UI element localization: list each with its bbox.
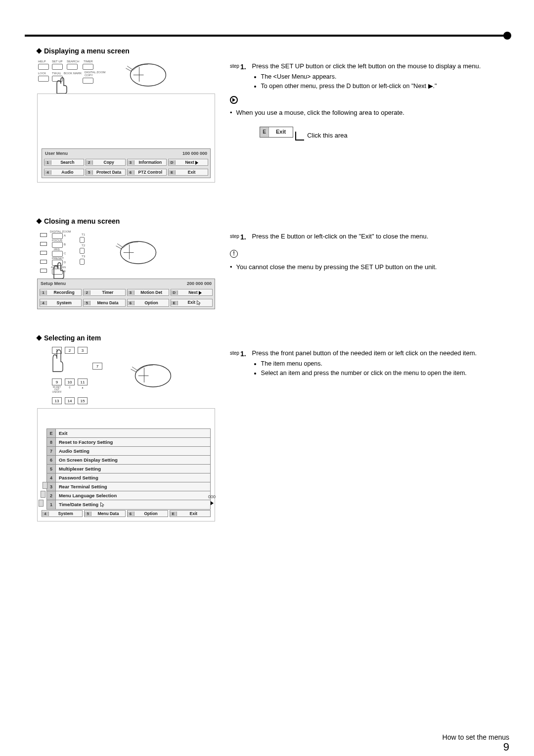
key-14: 14 — [65, 397, 75, 404]
step-number: 1. — [240, 232, 246, 242]
menu-item-timer[interactable]: 2Timer — [83, 289, 125, 296]
btn-lock — [38, 76, 49, 82]
footer-text: How to set the menus — [443, 733, 509, 741]
menu-item-protect-data[interactable]: 5Protect Data — [86, 169, 126, 176]
stack-item-language[interactable]: 2Menu Language Selection — [46, 491, 211, 500]
hand-icon — [47, 260, 67, 280]
menu-title: User Menu — [45, 151, 68, 156]
step-text: Press the front panel button of the need… — [252, 349, 477, 357]
stack-item-reset[interactable]: 8Reset to Factory Setting — [46, 437, 211, 447]
step-label: step — [230, 349, 239, 357]
bullet-icon: • — [230, 108, 232, 118]
step-1: step 1. Press the E button or left-click… — [230, 232, 509, 242]
step-number: 1. — [240, 62, 246, 72]
label-timer: TIMER — [84, 60, 93, 63]
tip-arrow-icon — [230, 96, 238, 104]
screen-preview: User Menu 100 000 000 1Search 2Copy 3Inf… — [37, 94, 215, 183]
label-help: HELP — [38, 60, 46, 63]
menu-item-exit[interactable]: EExit — [168, 169, 208, 176]
label-t1: T1 — [82, 233, 85, 236]
bottom-item-exit[interactable]: EExit — [170, 510, 211, 517]
label-c: C — [64, 252, 66, 255]
mouse-diagram — [111, 237, 161, 267]
key-2: 2 — [65, 347, 75, 354]
stack-item-rear-terminal[interactable]: 3Rear Terminal Setting — [46, 482, 211, 491]
diamond-icon — [36, 218, 42, 224]
section-title: Displaying a menu screen — [37, 47, 215, 55]
warning-text: You cannot close the menu by pressing th… — [236, 263, 437, 272]
step-sub-2: Select an item and press the number or c… — [261, 369, 509, 378]
number-keys-diagram: 1 2 3 7 9 10 11 M-DETOUT O — [37, 347, 111, 404]
menu-counter: 200 000 000 — [187, 281, 212, 286]
label-up: ▲ — [78, 386, 88, 393]
cursor-icon — [196, 300, 202, 306]
footer-dots — [0, 737, 439, 738]
stack-item-time-date[interactable]: 1Time/Date Setting — [46, 500, 211, 510]
page-footer: How to set the menus — [0, 733, 509, 741]
key-13: 13 — [52, 397, 62, 404]
label-search: SEARCH — [67, 60, 79, 63]
section-selecting: Selecting an item 1 2 3 7 9 — [37, 334, 509, 521]
step-1: step 1. Press the SET UP button or click… — [230, 62, 509, 91]
stack-item-osd[interactable]: 6On Screen Display Setting — [46, 455, 211, 465]
bottom-item-menu-data[interactable]: 5Menu Data — [84, 510, 125, 517]
hand-icon — [47, 348, 65, 373]
bottom-item-system[interactable]: 4System — [42, 510, 83, 517]
bottom-item-option[interactable]: 6Option — [127, 510, 168, 517]
label-t3: T3 — [82, 255, 85, 258]
menu-item-copy[interactable]: 2Copy — [86, 159, 126, 166]
section-displaying: Displaying a menu screen HELP SET UP SEA… — [37, 47, 509, 183]
warning-icon: ! — [230, 250, 238, 258]
stack-item-audio[interactable]: 7Audio Setting — [46, 446, 211, 456]
btn-search — [67, 64, 78, 70]
cursor-icon — [100, 502, 106, 508]
btn-timer — [83, 64, 93, 70]
key-7: 7 — [92, 363, 102, 370]
menu-item-recording[interactable]: 1Recording — [40, 289, 82, 296]
step-label: step — [230, 232, 239, 240]
stack-item-multiplexer[interactable]: 5Multiplexer Setting — [46, 464, 211, 473]
key-3: 3 — [78, 347, 88, 354]
step-1: step 1. Press the front panel button of … — [230, 349, 509, 378]
front-panel-diagram: HELP SET UP SEARCH TIMER LOCK TW (A) BOO… — [37, 60, 106, 90]
btn-setup — [52, 64, 63, 70]
exit-key: E — [260, 127, 269, 137]
user-menu-bar: User Menu 100 000 000 1Search 2Copy 3Inf… — [42, 148, 211, 178]
menu-item-next[interactable]: DNext — [168, 159, 208, 166]
diamond-icon — [36, 335, 42, 340]
stack-item-password[interactable]: 4Password Setting — [46, 473, 211, 482]
menu-counter: 100 000 000 — [182, 151, 207, 156]
menu-item-system[interactable]: 4System — [40, 299, 82, 307]
menu-title: Setup Menu — [41, 281, 66, 286]
key-9: 9 — [52, 378, 62, 385]
menu-item-menu-data[interactable]: 5Menu Data — [83, 299, 125, 307]
menu-item-ptz-control[interactable]: 6PTZ Control — [127, 169, 167, 176]
section-title-text: Displaying a menu screen — [44, 47, 130, 55]
side-panel-diagram: DIGITAL ZOOM A FOCUS B IRIS C PRESET D A… — [37, 230, 96, 275]
label-0: 0 — [65, 386, 75, 393]
menu-item-audio[interactable]: 4Audio — [44, 169, 84, 176]
btn-help — [38, 64, 49, 70]
page-header-rule — [25, 35, 509, 37]
menu-item-information[interactable]: 3Information — [127, 159, 167, 166]
stack-item-exit[interactable]: EExit — [46, 428, 211, 438]
menu-item-exit[interactable]: EExit — [171, 299, 213, 307]
label-mdet: M-DETOUT ON/OFF — [52, 386, 62, 393]
play-icon — [195, 161, 198, 165]
exit-caption: Click this area — [304, 128, 348, 141]
page-number: 9 — [503, 741, 509, 754]
menu-item-next[interactable]: DNext — [171, 289, 213, 296]
mouse-diagram — [121, 60, 171, 90]
step-text: Press the E button or left-click on the … — [252, 233, 429, 240]
step-label: step — [230, 62, 239, 70]
play-icon — [210, 498, 214, 507]
play-icon — [199, 291, 202, 295]
section-title-text: Selecting an item — [44, 334, 101, 342]
hand-icon — [50, 75, 70, 94]
diamond-icon — [36, 48, 42, 53]
cascading-menu-preview: EExit 8Reset to Factory Setting 7Audio S… — [37, 408, 215, 521]
section-closing: Closing a menu screen DIGITAL ZOOM A FOC… — [37, 217, 509, 309]
menu-item-motion-det[interactable]: 3Motion Det — [127, 289, 169, 296]
menu-item-option[interactable]: 6Option — [127, 299, 169, 307]
menu-item-search[interactable]: 1Search — [44, 159, 84, 166]
